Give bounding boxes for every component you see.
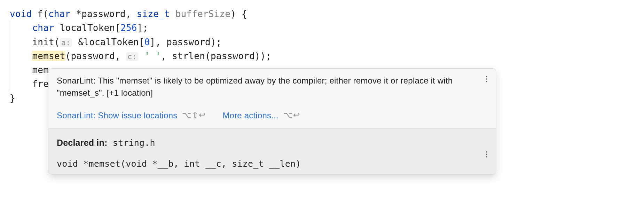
rbracket-2: ]: [150, 37, 156, 47]
keyword-void: void: [10, 9, 32, 19]
lint-message: SonarLint: This "memset" is likely to be…: [57, 75, 478, 99]
code-line-3: init(a: &localToken[0], password);: [10, 35, 644, 49]
line1-tail: ) {: [230, 9, 247, 19]
declared-in-value: string.h: [113, 138, 155, 148]
function-name: f: [37, 9, 43, 19]
param-buffersize: bufferSize: [175, 9, 231, 19]
more-icon[interactable]: [483, 74, 490, 84]
closing-brace: }: [10, 93, 15, 103]
id-localtoken: localToken: [60, 23, 115, 33]
line4-open: (password,: [65, 51, 126, 61]
line2-tail: ];: [137, 23, 148, 33]
open-paren: (: [54, 37, 60, 47]
inlay-hint-c: c:: [126, 52, 138, 61]
code-line-1: void f(char *password, size_t bufferSize…: [10, 7, 644, 21]
tooltip-message-section: SonarLint: This "memset" is likely to be…: [49, 69, 496, 105]
lbracket-2: [: [139, 37, 144, 47]
declared-in-label: Declared in:: [57, 138, 108, 148]
call-init: init: [32, 37, 54, 47]
number-0: 0: [144, 37, 150, 47]
truncated-mem: mem: [32, 65, 49, 75]
string-space: ' ': [144, 51, 161, 61]
action-show-locations-group: SonarLint: Show issue locations ⌥⇧↩: [57, 109, 206, 122]
line4-rest: , strlen(password));: [161, 51, 271, 61]
function-signature: void *memset(void *__b, int __c, size_t …: [57, 150, 478, 172]
line3-rest: , password);: [155, 37, 221, 47]
shortcut-more-actions: ⌥↩: [283, 109, 300, 121]
tooltip-declaration-section: Declared in: string.h void *memset(void …: [49, 128, 496, 174]
code-editor[interactable]: void f(char *password, size_t bufferSize…: [0, 0, 644, 105]
keyword-char: char: [48, 9, 70, 19]
shortcut-show-locations: ⌥⇧↩: [182, 109, 206, 121]
lbracket: [: [115, 23, 120, 33]
code-line-2: char localToken[256];: [10, 21, 644, 35]
param-password: password: [81, 9, 126, 19]
tooltip-actions-row: SonarLint: Show issue locations ⌥⇧↩ More…: [49, 105, 496, 128]
declared-in-row: Declared in: string.h: [57, 135, 478, 151]
more-icon-2[interactable]: [483, 149, 490, 159]
truncated-fre: fre: [32, 79, 49, 89]
keyword-char-2: char: [32, 23, 54, 33]
number-256: 256: [120, 23, 137, 33]
star: *: [76, 9, 81, 19]
action-more-actions-group: More actions... ⌥↩: [222, 109, 300, 122]
addr-localtoken: &localToken: [78, 37, 139, 47]
comma: ,: [126, 9, 137, 19]
code-line-4: memset(password, c: ' ', strlen(password…: [10, 49, 644, 63]
inlay-hint-a: a:: [60, 38, 72, 47]
lint-tooltip: SonarLint: This "memset" is likely to be…: [49, 68, 496, 175]
show-issue-locations-link[interactable]: SonarLint: Show issue locations: [57, 109, 177, 122]
call-memset-highlighted: memset: [32, 51, 65, 61]
type-size-t: size_t: [137, 9, 170, 19]
more-actions-link[interactable]: More actions...: [222, 109, 278, 122]
